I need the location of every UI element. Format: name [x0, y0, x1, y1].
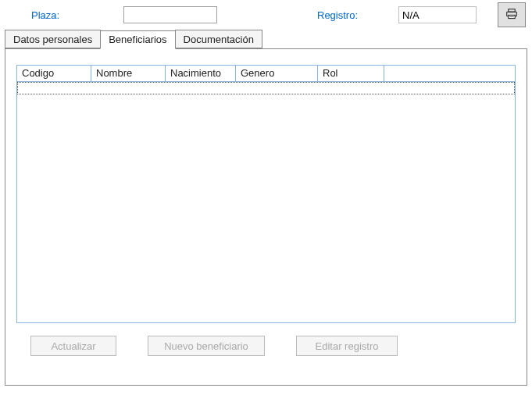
- grid-header-row: Codigo Nombre Nacimiento Genero Rol: [17, 66, 515, 82]
- beneficiarios-grid[interactable]: Codigo Nombre Nacimiento Genero Rol: [16, 65, 516, 323]
- grid-body[interactable]: [17, 82, 515, 322]
- col-header-blank: [384, 66, 515, 81]
- plaza-label: Plaza:: [31, 9, 78, 21]
- print-button[interactable]: [498, 2, 526, 27]
- registro-label: Registro:: [317, 9, 358, 21]
- nuevo-beneficiario-button: Nuevo beneficiario: [148, 336, 265, 356]
- col-header-rol[interactable]: Rol: [318, 66, 384, 81]
- actualizar-button: Actualizar: [30, 336, 116, 356]
- tab-panel: Codigo Nombre Nacimiento Genero Rol Actu…: [5, 48, 527, 386]
- tab-datos-personales[interactable]: Datos personales: [5, 30, 101, 48]
- col-header-nacimiento[interactable]: Nacimiento: [166, 66, 236, 81]
- col-header-genero[interactable]: Genero: [236, 66, 318, 81]
- registro-input[interactable]: [398, 6, 477, 23]
- editar-registro-button: Editar registro: [296, 336, 398, 356]
- buttons-row: Actualizar Nuevo beneficiario Editar reg…: [5, 323, 527, 356]
- tab-beneficiarios[interactable]: Beneficiarios: [100, 30, 175, 49]
- tabs-row: Datos personales Beneficiarios Documenta…: [0, 30, 532, 48]
- print-icon: [505, 9, 519, 22]
- grid-empty-selection[interactable]: [17, 82, 515, 94]
- tab-documentacion[interactable]: Documentación: [175, 30, 262, 48]
- col-header-codigo[interactable]: Codigo: [17, 66, 91, 81]
- header-row: Plaza: Registro:: [0, 0, 532, 28]
- col-header-nombre[interactable]: Nombre: [91, 66, 166, 81]
- plaza-input[interactable]: [123, 6, 217, 23]
